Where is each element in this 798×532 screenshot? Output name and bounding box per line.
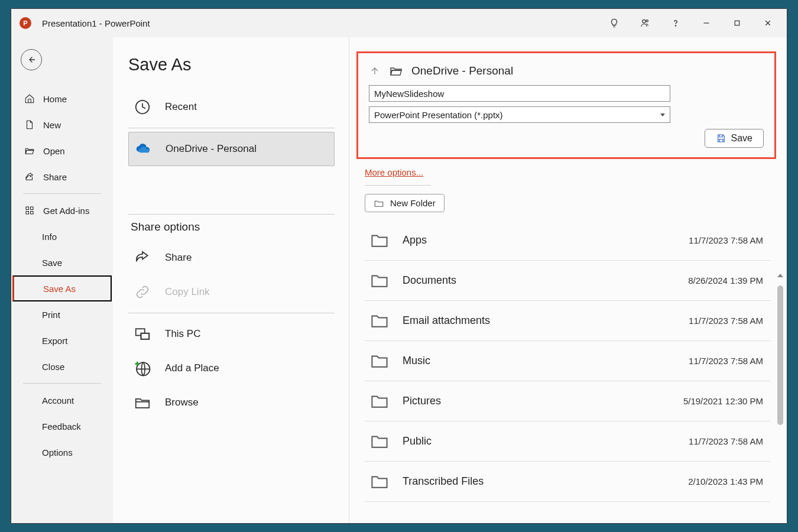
loc-onedrive-label: OneDrive - Personal (166, 143, 257, 155)
folder-date: 11/7/2023 7:58 AM (689, 356, 763, 366)
new-folder-button[interactable]: New Folder (365, 194, 445, 212)
new-folder-icon (374, 199, 384, 208)
share-share[interactable]: Share (128, 241, 335, 275)
folder-name: Apps (403, 234, 676, 246)
scrollbar-up-icon[interactable] (777, 274, 783, 280)
save-highlight-box: OneDrive - Personal PowerPoint Presentat… (356, 51, 776, 159)
loc-addplace[interactable]: Add a Place (128, 351, 335, 385)
nav-export[interactable]: Export (11, 327, 113, 353)
folder-row[interactable]: Transcribed Files2/10/2023 1:43 PM (365, 462, 770, 502)
loc-addplace-label: Add a Place (165, 362, 219, 374)
globe-plus-icon (133, 359, 152, 378)
app-window: P Presentation1 - PowerPoint Home New Op… (11, 8, 787, 524)
tips-icon[interactable] (599, 10, 630, 36)
folder-icon (369, 473, 390, 490)
powerpoint-app-icon: P (20, 17, 31, 29)
svg-rect-4 (735, 21, 739, 25)
nav-share[interactable]: Share (11, 164, 113, 190)
nav-close[interactable]: Close (11, 353, 113, 379)
account-icon[interactable] (630, 10, 660, 36)
nav-open[interactable]: Open (11, 138, 113, 164)
folder-row[interactable]: Pictures5/19/2021 12:30 PM (365, 381, 770, 421)
save-button-label: Save (731, 133, 752, 144)
new-folder-label: New Folder (390, 198, 436, 208)
share-arrow-icon (133, 248, 152, 267)
locations-panel: Save As Recent OneDrive - Personal Share… (113, 37, 349, 523)
nav-new[interactable]: New (11, 112, 113, 138)
folder-list: Apps11/7/2023 7:58 AMDocuments8/26/2024 … (365, 220, 770, 502)
nav-account[interactable]: Account (11, 387, 113, 413)
nav-info[interactable]: Info (11, 223, 113, 249)
nav-new-label: New (43, 120, 61, 130)
folder-row[interactable]: Music11/7/2023 7:58 AM (365, 341, 770, 381)
loc-thispc[interactable]: This PC (128, 317, 335, 351)
loc-thispc-label: This PC (165, 328, 200, 340)
loc-browse[interactable]: Browse (128, 385, 335, 420)
folder-name: Public (403, 435, 676, 447)
svg-point-1 (646, 20, 648, 22)
folder-icon (369, 273, 390, 289)
title-bar: P Presentation1 - PowerPoint (11, 9, 787, 37)
folder-icon (369, 353, 390, 369)
nav-save[interactable]: Save (11, 249, 113, 275)
save-button[interactable]: Save (705, 129, 764, 148)
share-share-label: Share (165, 252, 192, 264)
thispc-icon (133, 325, 152, 343)
folder-date: 11/7/2023 7:58 AM (689, 235, 763, 245)
folder-row[interactable]: Documents8/26/2024 1:39 PM (365, 261, 770, 301)
minimize-button[interactable] (691, 10, 722, 36)
folder-open-icon (389, 64, 403, 78)
folder-row[interactable]: Apps11/7/2023 7:58 AM (365, 220, 770, 261)
page-title: Save As (128, 55, 335, 74)
folder-name: Documents (403, 274, 675, 287)
folder-icon (369, 313, 390, 329)
loc-onedrive[interactable]: OneDrive - Personal (128, 132, 335, 166)
nav-open-label: Open (43, 146, 65, 156)
folder-open-icon (24, 145, 35, 156)
breadcrumb: OneDrive - Personal (369, 64, 764, 78)
file-icon (24, 119, 35, 130)
folder-row[interactable]: Email attachments11/7/2023 7:58 AM (365, 301, 770, 341)
window-title: Presentation1 - PowerPoint (42, 18, 150, 28)
folder-name: Transcribed Files (403, 475, 675, 488)
folder-icon (369, 433, 390, 450)
svg-rect-13 (141, 333, 150, 339)
folder-icon (369, 393, 390, 410)
svg-rect-10 (31, 212, 34, 215)
filetype-select[interactable]: PowerPoint Presentation (*.pptx) (369, 106, 670, 123)
svg-point-0 (643, 20, 645, 22)
nav-saveas[interactable]: Save As (12, 275, 112, 301)
up-arrow-icon[interactable] (369, 65, 381, 77)
nav-options[interactable]: Options (11, 439, 113, 465)
scrollbar-thumb[interactable] (777, 286, 783, 425)
nav-print[interactable]: Print (11, 301, 113, 327)
svg-rect-7 (26, 207, 29, 210)
help-icon[interactable] (660, 10, 691, 36)
folder-name: Email attachments (403, 314, 676, 327)
breadcrumb-path[interactable]: OneDrive - Personal (411, 64, 513, 77)
maximize-button[interactable] (722, 10, 752, 36)
share-copylink: Copy Link (128, 275, 335, 309)
main-panel: OneDrive - Personal PowerPoint Presentat… (349, 37, 787, 523)
link-icon (133, 283, 152, 301)
nav-home[interactable]: Home (11, 86, 113, 112)
folder-date: 11/7/2023 7:58 AM (689, 436, 763, 446)
folder-date: 8/26/2024 1:39 PM (688, 275, 763, 286)
scrollbar[interactable] (777, 271, 783, 523)
back-button[interactable] (21, 49, 42, 70)
share-options-title: Share options (131, 220, 335, 233)
loc-recent[interactable]: Recent (128, 90, 335, 124)
nav-home-label: Home (43, 94, 67, 104)
backstage-nav: Home New Open Share Get Add-ins Info Sav… (11, 37, 113, 523)
nav-addins[interactable]: Get Add-ins (11, 197, 113, 223)
share-copylink-label: Copy Link (165, 286, 210, 298)
clock-icon (133, 98, 152, 116)
loc-browse-label: Browse (165, 397, 199, 408)
more-options-link[interactable]: More options... (365, 167, 423, 177)
folder-date: 5/19/2021 12:30 PM (683, 396, 763, 406)
svg-rect-8 (31, 207, 34, 210)
filename-input[interactable] (369, 85, 670, 102)
nav-feedback[interactable]: Feedback (11, 413, 113, 439)
close-button[interactable] (752, 10, 783, 36)
folder-row[interactable]: Public11/7/2023 7:58 AM (365, 421, 770, 462)
